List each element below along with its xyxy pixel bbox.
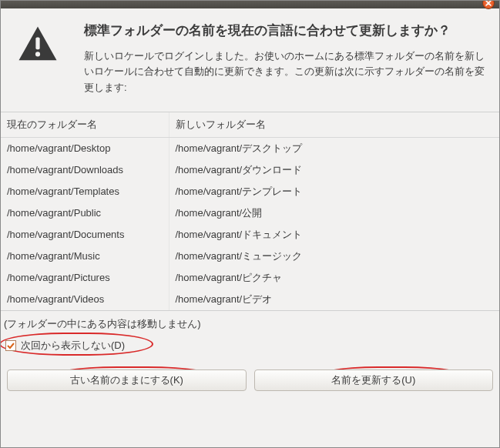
checkbox-label-text: 次回から表示しない(D) (21, 339, 125, 353)
button-label: 名前を更新する(U) (331, 373, 415, 387)
folder-table: 現在のフォルダー名 新しいフォルダー名 /home/vagrant/Deskto… (1, 112, 499, 311)
cell-current-path: /home/vagrant/Desktop (1, 137, 169, 159)
dialog-header: 標準フォルダーの名前を現在の言語に合わせて更新しますか？ 新しいロケールでログイ… (1, 8, 499, 102)
svg-rect-0 (35, 38, 39, 50)
table-row[interactable]: /home/vagrant/Desktop/home/vagrant/デスクトッ… (1, 137, 499, 159)
cell-new-path: /home/vagrant/公開 (169, 202, 499, 224)
cell-new-path: /home/vagrant/ドキュメント (169, 224, 499, 246)
svg-point-1 (35, 52, 40, 56)
dialog-description: 新しいロケールでログインしました。お使いのホームにある標準フォルダーの名前を新し… (84, 48, 487, 96)
cell-new-path: /home/vagrant/デスクトップ (169, 137, 499, 159)
cell-current-path: /home/vagrant/Music (1, 246, 169, 267)
table-row[interactable]: /home/vagrant/Documents/home/vagrant/ドキュ… (1, 224, 499, 246)
cell-new-path: /home/vagrant/ピクチャ (169, 267, 499, 289)
cell-current-path: /home/vagrant/Templates (1, 181, 169, 202)
cell-current-path: /home/vagrant/Public (1, 202, 169, 224)
table-row[interactable]: /home/vagrant/Downloads/home/vagrant/ダウン… (1, 159, 499, 181)
table-header-current[interactable]: 現在のフォルダー名 (1, 112, 169, 138)
table-row[interactable]: /home/vagrant/Pictures/home/vagrant/ピクチャ (1, 267, 499, 289)
table-row[interactable]: /home/vagrant/Public/home/vagrant/公開 (1, 202, 499, 224)
check-icon (7, 342, 15, 349)
move-note: (フォルダーの中にある内容は移動しません) (1, 311, 499, 334)
cell-new-path: /home/vagrant/ミュージック (169, 246, 499, 267)
cell-current-path: /home/vagrant/Pictures (1, 267, 169, 289)
warning-icon (13, 24, 62, 69)
table-header-new[interactable]: 新しいフォルダー名 (169, 112, 499, 138)
checkbox-box (5, 340, 16, 351)
cell-new-path: /home/vagrant/ダウンロード (169, 159, 499, 181)
keep-old-names-button[interactable]: 古い名前のままにする(K) (7, 369, 247, 391)
cell-new-path: /home/vagrant/ビデオ (169, 289, 499, 310)
dialog-title: 標準フォルダーの名前を現在の言語に合わせて更新しますか？ (84, 21, 487, 41)
table-row[interactable]: /home/vagrant/Music/home/vagrant/ミュージック (1, 246, 499, 267)
dont-show-again-checkbox[interactable]: 次回から表示しない(D) (5, 339, 125, 353)
table-row[interactable]: /home/vagrant/Videos/home/vagrant/ビデオ (1, 289, 499, 310)
close-button[interactable] (482, 0, 495, 9)
cell-new-path: /home/vagrant/テンプレート (169, 181, 499, 202)
button-label: 古い名前のままにする(K) (70, 373, 183, 387)
update-names-button[interactable]: 名前を更新する(U) (254, 369, 494, 391)
close-icon (485, 0, 492, 6)
table-row[interactable]: /home/vagrant/Templates/home/vagrant/テンプ… (1, 181, 499, 202)
cell-current-path: /home/vagrant/Downloads (1, 159, 169, 181)
titlebar (1, 1, 499, 8)
cell-current-path: /home/vagrant/Documents (1, 224, 169, 246)
cell-current-path: /home/vagrant/Videos (1, 289, 169, 310)
